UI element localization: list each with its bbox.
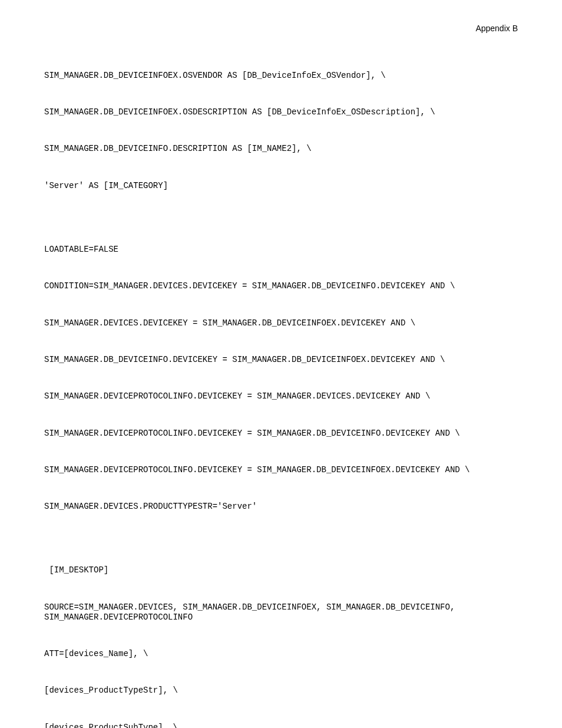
code-line: SIM_MANAGER.DEVICES.PRODUCTTYPESTR='Serv… (44, 502, 518, 512)
page-header: Appendix B (44, 24, 518, 33)
code-line: SIM_MANAGER.DB_DEVICEINFOEX.OSDESCRIPTIO… (44, 107, 518, 117)
code-line: CONDITION=SIM_MANAGER.DEVICES.DEVICEKEY … (44, 281, 518, 291)
code-line: [devices_ProductTypeStr], \ (44, 686, 518, 696)
code-line: SIM_MANAGER.DEVICEPROTOCOLINFO.DEVICEKEY… (44, 465, 518, 475)
code-line: 'Server' AS [IM_CATEGORY] (44, 181, 518, 191)
code-line: [devices_ProductSubType], \ (44, 723, 518, 728)
code-line: SOURCE=SIM_MANAGER.DEVICES, SIM_MANAGER.… (44, 602, 518, 622)
code-line: SIM_MANAGER.DB_DEVICEINFO.DEVICEKEY = SI… (44, 355, 518, 365)
code-line: SIM_MANAGER.DEVICES.DEVICEKEY = SIM_MANA… (44, 318, 518, 328)
code-line: SIM_MANAGER.DEVICEPROTOCOLINFO.DEVICEKEY… (44, 391, 518, 401)
code-line: SIM_MANAGER.DB_DEVICEINFO.DESCRIPTION AS… (44, 144, 518, 154)
code-line: SIM_MANAGER.DEVICEPROTOCOLINFO.DEVICEKEY… (44, 429, 518, 439)
code-line: [IM_DESKTOP] (44, 565, 518, 575)
code-line: SIM_MANAGER.DB_DEVICEINFOEX.OSVENDOR AS … (44, 71, 518, 81)
code-line: LOADTABLE=FALSE (44, 245, 518, 255)
code-line: ATT=[devices_Name], \ (44, 649, 518, 659)
code-content: SIM_MANAGER.DB_DEVICEINFOEX.OSVENDOR AS … (44, 51, 518, 728)
